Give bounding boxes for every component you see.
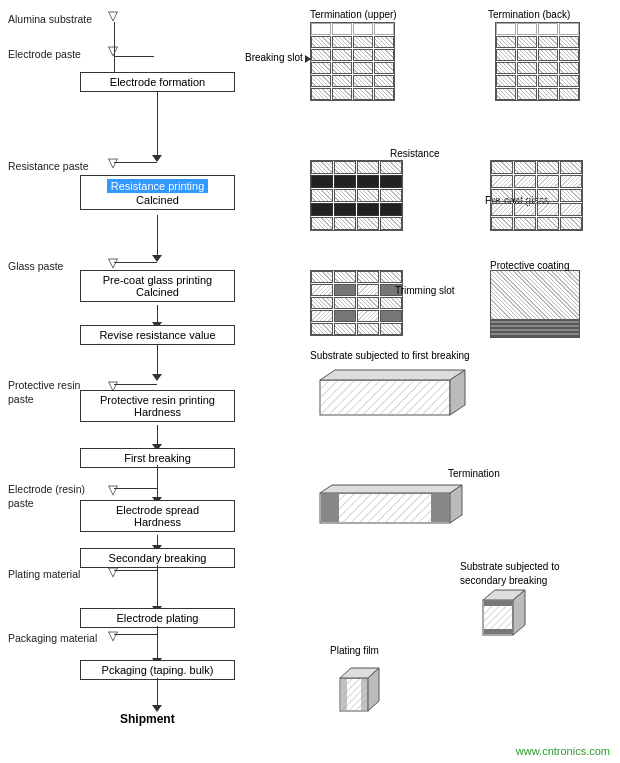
svg-rect-9 [431,494,449,522]
hline6 [114,570,157,571]
protective-coating-diag [490,270,580,338]
packaging-material-label: Packaging material [8,632,97,644]
term-back-diagram [495,22,580,101]
hline2 [114,162,157,163]
arrow5 [152,374,162,381]
glass-paste-label: Glass paste [8,260,63,272]
resistance-diagram [310,160,403,231]
pre-coat-glass-box: Pre-coat glass printing Calcined [80,270,235,302]
alumina-arrow: ▽ [108,8,118,23]
electrode-paste-label: Electrode paste [8,48,81,60]
breaking-slot-label: Breaking slot [245,52,303,63]
hline7 [114,634,157,635]
page: { "title": "Chip Resistor Manufacturing … [0,0,620,763]
hline1 [114,56,154,57]
svg-rect-17 [484,601,512,606]
hline3 [114,262,157,263]
packaging-box: Pckaging (taping. bulk) [80,660,235,680]
hline5 [114,488,157,489]
vline7 [157,465,158,500]
trimming-diagram [310,270,403,336]
packaging-material-arrow: ▽ [108,628,118,643]
arrow11 [152,705,162,712]
plating-material-arrow: ▽ [108,564,118,579]
revise-resistance-box: Revise resistance value [80,325,235,345]
pre-coat-diagram [490,160,583,231]
alumina-label: Alumina substrate [8,13,92,25]
vline11 [157,678,158,708]
secondary-breaking-3d [475,580,535,645]
electrode-plating-box: Electrode plating [80,608,235,628]
breaking-slot-arrow [305,55,311,63]
svg-marker-1 [320,370,465,380]
trimming-slot-label: Trimming slot [395,285,455,296]
vline5 [157,345,158,377]
hardness-1: Hardness [87,406,228,418]
plating-film-3d [335,660,390,720]
calcined-2: Calcined [87,286,228,298]
first-breaking-label: Substrate subjected to first breaking [310,350,470,361]
arrow3 [152,255,162,262]
protective-resin-label: Protective resinpaste [8,378,80,406]
shipment-label: Shipment [120,712,175,726]
hline4 [114,384,157,385]
termination-back-label: Termination (back) [488,8,570,20]
calcined-1: Calcined [87,194,228,206]
resistance-printing-box: Resistance printing Calcined [80,175,235,210]
resistance-paste-label: Resistance paste [8,160,89,172]
resistance-diag-label: Resistance [390,148,439,159]
plating-material-label: Plating material [8,568,80,580]
electrode-spread-box: Electrode spread Hardness [80,500,235,532]
electrode-formation-box: Electrode formation [80,72,235,92]
svg-rect-3 [321,381,449,414]
vline10 [157,626,158,661]
electrode-spread-3d [310,478,475,533]
vline1 [114,22,115,72]
first-breaking-3d [310,365,475,425]
svg-rect-8 [321,494,339,522]
termination-upper-label: Termination (upper) [310,8,397,20]
hardness-2: Hardness [87,516,228,528]
protective-coating-label: Protective coating [490,260,570,271]
svg-rect-18 [484,629,512,634]
svg-rect-25 [361,679,367,710]
electrode-resin-label: Electrode (resin)paste [8,482,85,510]
protective-resin-box: Protective resin printing Hardness [80,390,235,422]
vline2 [157,91,158,159]
svg-rect-10 [339,494,431,522]
watermark: www.cntronics.com [516,745,610,757]
svg-marker-6 [320,485,462,493]
plating-film-label: Plating film [330,645,379,656]
term-upper-diagram [310,22,395,101]
resistance-printing-highlight: Resistance printing [107,179,209,193]
arrow2 [152,155,162,162]
electrode-resin-arrow: ▽ [108,482,118,497]
svg-rect-24 [341,679,347,710]
vline3 [157,215,158,258]
vline9 [157,565,158,609]
